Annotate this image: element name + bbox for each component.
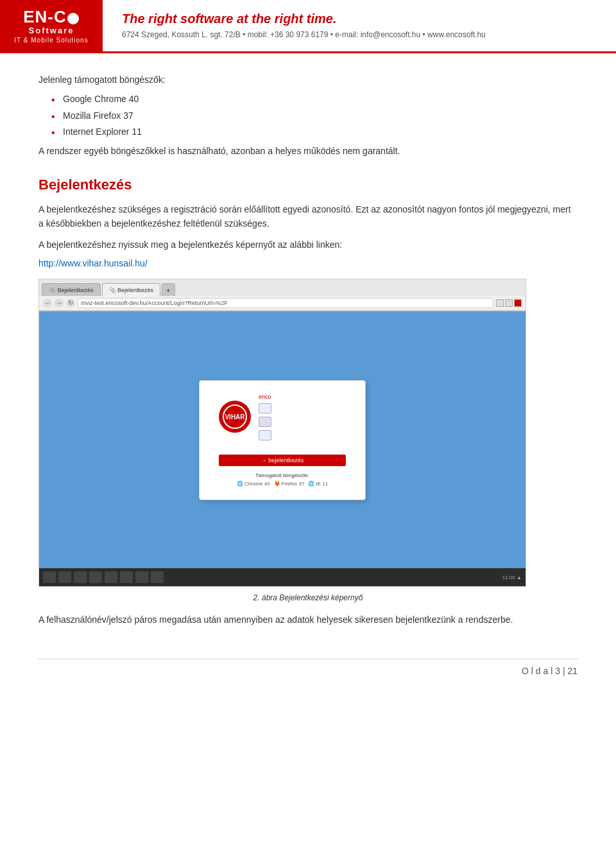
- section-para2: A bejelentkezéshez nyissuk meg a bejelen…: [38, 238, 578, 252]
- login-logo-area: VIHAR enco: [219, 394, 346, 440]
- svg-text:VIHAR: VIHAR: [225, 413, 245, 421]
- intro-heading: Jelenleg támogatott böngészők:: [38, 74, 166, 85]
- minimize-btn: [496, 299, 504, 307]
- browser-tabs: 📎 Bejelentkezés 📎 Bejelentkezés +: [39, 279, 526, 296]
- login-link[interactable]: http://www.vihar.hunsail.hu/: [38, 258, 148, 268]
- fwd-btn: →: [55, 299, 64, 308]
- page-indicator: O l d a l 3 | 21: [38, 659, 578, 676]
- taskbar-item-8: [151, 571, 164, 583]
- taskbar-item-3: [74, 571, 87, 583]
- supported-browsers-label: Támogatott böngészők: 🌐 Chrome 40 🦊 Fire…: [219, 473, 346, 487]
- company-logo: EN-C Software IT & Mobile Solutions: [0, 0, 103, 51]
- header-tagline-area: The right software at the right time. 67…: [103, 0, 505, 51]
- browser-body: VIHAR enco → bejelentkezés Támogatott bö…: [39, 311, 526, 568]
- browser-taskbar: 11:00 ▲: [39, 568, 526, 586]
- page-number: O l d a l 3 | 21: [522, 666, 578, 676]
- logo-subtitle: IT & Mobile Solutions: [14, 37, 88, 44]
- contact-info: 6724 Szeged, Kossuth L. sgt. 72/B • mobi…: [122, 30, 486, 39]
- browser-list: Google Chrome 40 Mozilla Firefox 37 Inte…: [51, 92, 578, 139]
- login-button[interactable]: → bejelentkezés: [219, 455, 346, 466]
- browser-chrome: 📎 Bejelentkezés 📎 Bejelentkezés + ← → ↻ …: [39, 279, 526, 311]
- taskbar-item-2: [58, 571, 71, 583]
- section-heading: Bejelentkezés: [38, 177, 578, 193]
- chrome-icon: 🌐 Chrome 40: [237, 481, 270, 487]
- main-content: Jelenleg támogatott böngészők: Google Ch…: [0, 53, 616, 659]
- maximize-btn: [505, 299, 513, 307]
- login-panel: VIHAR enco → bejelentkezés Támogatott bö…: [199, 380, 366, 500]
- back-btn: ←: [43, 299, 52, 308]
- url-text: mviz-test.encosoft-dev.hu/Account/Login?…: [81, 300, 228, 306]
- logo-text: EN-C: [14, 8, 88, 26]
- browser-toolbar: ← → ↻ mviz-test.encosoft-dev.hu/Account/…: [39, 296, 526, 311]
- page-footer: O l d a l 3 | 21: [0, 659, 616, 689]
- login-fields: enco: [259, 394, 271, 440]
- taskbar-item-5: [105, 571, 117, 583]
- taskbar-item-1: [43, 571, 56, 583]
- list-item: Google Chrome 40: [51, 92, 578, 106]
- username-input: [259, 403, 271, 413]
- browsers-intro: Jelenleg támogatott böngészők: Google Ch…: [38, 73, 578, 159]
- refresh-btn: ↻: [66, 299, 75, 308]
- firefox-icon: 🦊 Firefox 37: [274, 481, 305, 487]
- logo-software: Software: [14, 26, 88, 35]
- page-header: EN-C Software IT & Mobile Solutions The …: [0, 0, 616, 53]
- browser-icons: 🌐 Chrome 40 🦊 Firefox 37 🌐 IE 11: [219, 481, 346, 487]
- taskbar-item-6: [120, 571, 133, 583]
- password-input: [259, 417, 271, 427]
- username-label: enco: [259, 394, 271, 400]
- screenshot-caption: 2. ábra Bejelentkezési képernyő: [38, 593, 578, 602]
- taskbar-status: 11:00 ▲: [502, 575, 522, 580]
- list-item: Internet Explorer 11: [51, 125, 578, 139]
- browser-tab-1: 📎 Bejelentkezés: [42, 283, 101, 296]
- browser-tab-2: 📎 Bejelentkezés: [102, 283, 161, 296]
- conclusion-text: A felhasználónév/jelszó páros megadása u…: [38, 613, 578, 627]
- close-btn: [514, 299, 522, 307]
- browser-tab-new: +: [162, 283, 175, 296]
- ie-icon: 🌐 IE 11: [308, 481, 328, 487]
- screenshot-box: 📎 Bejelentkezés 📎 Bejelentkezés + ← → ↻ …: [38, 279, 526, 587]
- section-para1: A bejelentkezéshez szükséges a regisztrá…: [38, 202, 578, 231]
- taskbar-item-4: [89, 571, 102, 583]
- supported-text: Támogatott böngészők:: [219, 473, 346, 478]
- taskbar-item-7: [135, 571, 148, 583]
- intro-note: A rendszer egyéb böngészőkkel is használ…: [38, 146, 400, 156]
- window-controls: [496, 299, 522, 307]
- tagline: The right software at the right time.: [122, 12, 486, 26]
- list-item: Mozilla Firefox 37: [51, 109, 578, 123]
- extra-input: [259, 430, 271, 440]
- url-bar: mviz-test.encosoft-dev.hu/Account/Login?…: [78, 298, 493, 308]
- login-logo: VIHAR: [219, 401, 251, 433]
